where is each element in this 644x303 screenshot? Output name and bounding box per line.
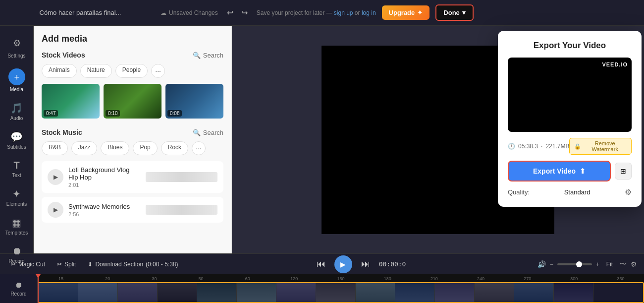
export-extra-button[interactable]: ⊞: [615, 163, 632, 180]
fast-forward-button[interactable]: ⏭: [358, 258, 373, 270]
music-tag-more-button[interactable]: ···: [192, 141, 206, 155]
sidebar-item-text[interactable]: T Text: [2, 156, 31, 182]
tag-blues[interactable]: Blues: [101, 141, 129, 155]
undo-button[interactable]: ↩: [224, 6, 236, 19]
templates-icon: ▦: [12, 217, 21, 229]
stock-video-thumb-1[interactable]: 0:47: [42, 84, 100, 119]
music-waveform-1: [146, 172, 218, 182]
main-layout: ⚙ Settings ＋ Media 🎵 Audio 💬 Subtitles T…: [0, 26, 644, 253]
timeline-playhead: [38, 274, 39, 303]
upgrade-label: Upgrade: [389, 9, 415, 16]
remove-watermark-button[interactable]: 🔒 Remove Watermark: [569, 138, 632, 155]
sidebar-item-subtitles[interactable]: 💬 Subtitles: [2, 127, 31, 154]
sidebar-item-media[interactable]: ＋ Media: [2, 64, 31, 96]
music-play-button-1[interactable]: ▶: [48, 169, 63, 185]
tag-people[interactable]: People: [115, 64, 148, 78]
veed-watermark: VEED.IO: [602, 61, 628, 67]
play-button[interactable]: ▶: [334, 255, 352, 273]
download-icon: ⬇: [88, 261, 93, 268]
stock-music-header: Stock Music 🔍 Search: [42, 128, 223, 136]
export-modal: Export Your Video VEED.IO 🕐 05:38.3 · 22…: [498, 31, 642, 207]
timeline-frame-12: [475, 283, 514, 302]
stock-music-title: Stock Music: [42, 128, 82, 136]
sidebar-item-settings[interactable]: ⚙ Settings: [2, 31, 31, 62]
export-separator: ·: [541, 143, 542, 150]
export-modal-title: Export Your Video: [508, 41, 632, 51]
magic-cut-icon: ✂: [11, 261, 16, 268]
media-panel-title: Add media: [42, 34, 223, 44]
zoom-in-icon: +: [596, 261, 599, 268]
tag-rnb[interactable]: R&B: [42, 141, 68, 155]
clock-icon: 🕐: [508, 143, 515, 150]
music-track-1[interactable]: ▶ Lofi Background Vlog Hip Hop 2:01: [42, 161, 223, 193]
timeline-content[interactable]: [38, 282, 644, 303]
music-title-1: Lofi Background Vlog Hip Hop: [68, 166, 141, 181]
timeline-ruler: 15 20 30 50 60 120 150 180 210 240 270 3…: [38, 274, 644, 282]
ruler-marks-row: 15 20 30 50 60 120 150 180 210 240 270 3…: [38, 276, 644, 281]
fit-button[interactable]: Fit: [603, 259, 616, 269]
stock-video-thumb-3[interactable]: 0:08: [165, 84, 223, 119]
upgrade-button[interactable]: Upgrade ✦: [382, 5, 430, 20]
export-video-button[interactable]: Export Video ⬆: [508, 161, 611, 182]
save-prompt: Save your project for later — sign up or…: [257, 9, 376, 16]
download-section-button[interactable]: ⬇ Download Section (0:00 - 5:38): [84, 259, 182, 270]
sidebar-item-templates[interactable]: ▦ Templates: [2, 213, 31, 240]
settings-icon: ⚙: [8, 35, 25, 52]
ruler-mark: 330: [597, 276, 644, 281]
tag-rock[interactable]: Rock: [161, 141, 188, 155]
sidebar-item-label: Text: [12, 173, 21, 178]
unsaved-label: Unsaved Changes: [169, 9, 218, 16]
upload-icon: ⬆: [580, 167, 586, 175]
stock-video-thumb-2[interactable]: 0:10: [104, 84, 161, 119]
sidebar-item-label: Media: [10, 87, 23, 92]
topbar-project-title: Cómo hacer pantallas final...: [6, 9, 155, 16]
ruler-mark: 180: [364, 276, 411, 281]
timeline-record-button[interactable]: ⏺ Record: [0, 274, 38, 303]
ruler-mark: 30: [131, 276, 177, 281]
audio-icon: 🎵: [10, 102, 23, 114]
sidebar-item-label: Settings: [7, 53, 25, 59]
undo-redo-group: ↩ ↪: [224, 6, 251, 19]
sidebar-item-label: Subtitles: [7, 144, 26, 150]
ruler-mark: 15: [38, 276, 84, 281]
stock-videos-search-button[interactable]: 🔍 Search: [193, 52, 223, 59]
tag-animals[interactable]: Animals: [42, 64, 77, 78]
rewind-button[interactable]: ⏮: [314, 258, 328, 270]
zoom-out-icon: −: [550, 261, 553, 268]
stock-videos-title: Stock Videos: [42, 51, 85, 59]
timeline-thumb-strip: [39, 283, 643, 302]
done-button[interactable]: Done ▾: [435, 4, 474, 21]
quality-value: Standard: [564, 188, 590, 196]
timeline-frame-6: [237, 283, 276, 302]
log-in-link[interactable]: log in: [362, 9, 376, 16]
tag-jazz[interactable]: Jazz: [71, 141, 98, 155]
stock-music-search-button[interactable]: 🔍 Search: [193, 129, 223, 136]
sidebar-item-label: Audio: [10, 116, 23, 121]
sign-up-link[interactable]: sign up: [334, 9, 353, 16]
sidebar-item-elements[interactable]: ✦ Elements: [2, 184, 31, 211]
media-panel: Add media Stock Videos 🔍 Search Animals …: [34, 26, 232, 253]
record-circle-icon: ⏺: [15, 281, 23, 290]
music-waveform-2: [146, 205, 218, 215]
toolbar-right: 🔊 − + Fit 〜 ⚙: [537, 259, 637, 269]
redo-button[interactable]: ↪: [238, 6, 251, 19]
stock-videos-tags: Animals Nature People ···: [42, 64, 223, 78]
search-icon: 🔍: [193, 52, 201, 59]
export-filesize: 221.7MB: [545, 143, 569, 150]
unsaved-changes-indicator: ☁ Unsaved Changes: [161, 9, 218, 16]
export-modal-overlay: Export Your Video VEED.IO 🕐 05:38.3 · 22…: [495, 26, 644, 253]
zoom-slider[interactable]: [557, 263, 592, 265]
tag-pop[interactable]: Pop: [133, 141, 157, 155]
music-track-2[interactable]: ▶ Synthwave Memories 2:56: [42, 197, 223, 223]
search-label: Search: [203, 129, 223, 136]
tag-nature[interactable]: Nature: [80, 64, 112, 78]
magic-cut-button[interactable]: ✂ Magic Cut: [7, 259, 49, 270]
music-duration-1: 2:01: [68, 182, 141, 188]
quality-gear-icon[interactable]: ⚙: [625, 187, 632, 197]
ruler-mark: 300: [551, 276, 597, 281]
tag-more-button[interactable]: ···: [151, 64, 165, 78]
split-button[interactable]: ✂ Split: [53, 259, 80, 270]
music-play-button-2[interactable]: ▶: [48, 202, 63, 218]
sidebar-item-audio[interactable]: 🎵 Audio: [2, 98, 31, 125]
export-meta-info: 🕐 05:38.3 · 221.7MB: [508, 143, 569, 150]
